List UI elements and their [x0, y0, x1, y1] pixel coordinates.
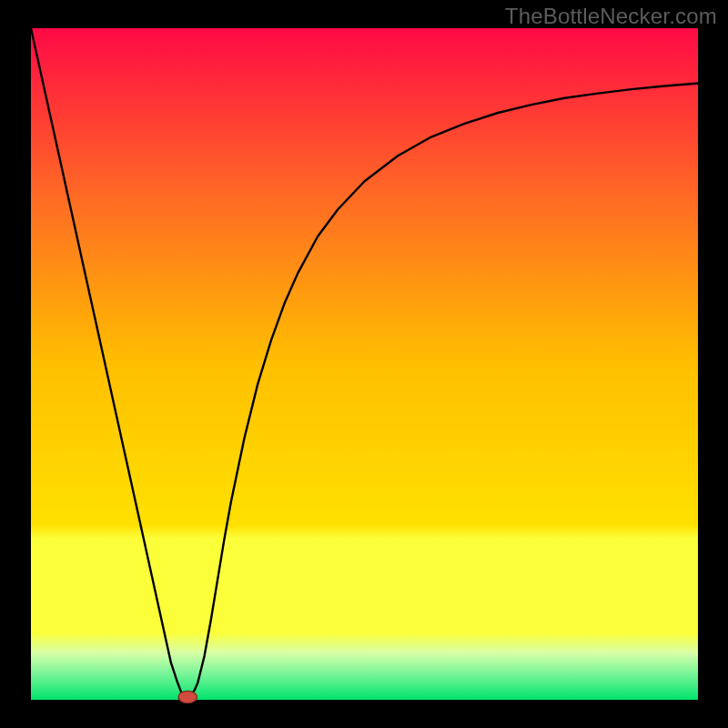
chart-frame: TheBottleNecker.com — [0, 0, 728, 728]
watermark-text: TheBottleNecker.com — [505, 4, 717, 29]
optimum-marker — [178, 691, 197, 703]
plot-background — [31, 28, 698, 700]
bottleneck-chart — [0, 0, 728, 728]
